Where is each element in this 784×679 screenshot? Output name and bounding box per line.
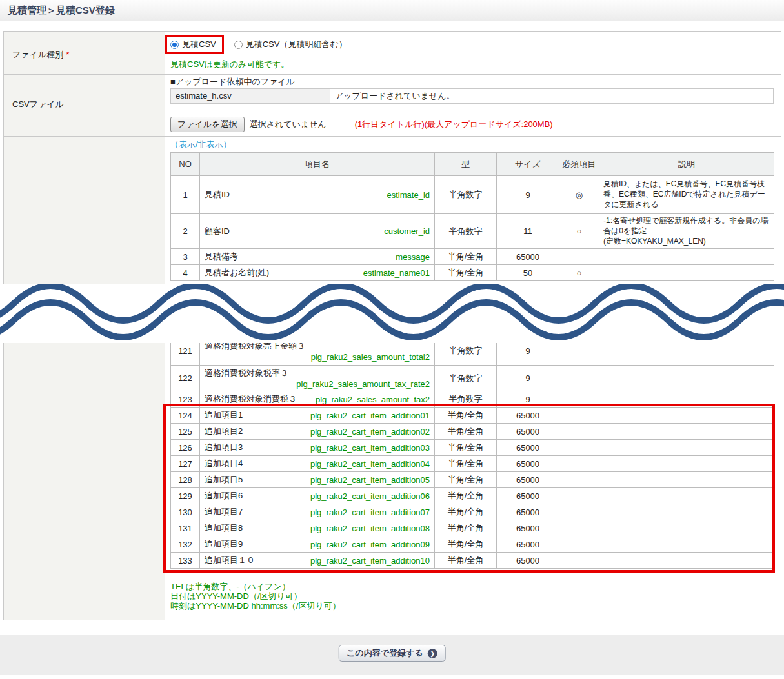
cell-no: 127 xyxy=(171,456,200,472)
form-label-column xyxy=(4,32,165,620)
cell-name: 追加項目3plg_raku2_cart_item_addition03 xyxy=(200,440,435,456)
cell-size: 65000 xyxy=(497,488,559,504)
cell-name: 追加項目１０plg_raku2_cart_item_addition10 xyxy=(200,553,435,569)
cell-description xyxy=(599,553,774,569)
spec-table-bottom: 121 適格消費税対象売上金額３plg_raku2_sales_amount_t… xyxy=(170,336,774,569)
submit-button-label: この内容で登録する xyxy=(347,647,423,659)
spec-row: 1 見積IDestimate_id 半角数字 9 ◎ 見積ID、または、EC見積… xyxy=(171,176,774,214)
cell-type: 半角/全角 xyxy=(435,520,497,536)
cell-size: 9 xyxy=(497,391,559,408)
cell-type: 半角/全角 xyxy=(435,456,497,472)
cell-description xyxy=(599,472,774,488)
row-divider xyxy=(4,136,781,137)
cell-no: 130 xyxy=(171,504,200,520)
cell-size: 11 xyxy=(497,214,559,249)
col-header-size: サイズ xyxy=(497,153,559,176)
cell-required xyxy=(559,337,599,366)
cell-description: -1:名寄せ処理で顧客新規作成する。非会員の場合は0を指定 (定数=KOKYAK… xyxy=(599,214,774,249)
page-header: 見積管理＞見積CSV登録 xyxy=(0,0,784,21)
spec-row: 2 顧客IDcustomer_id 半角数字 11 ○ -1:名寄せ処理で顧客新… xyxy=(171,214,774,249)
cell-type: 半角/全角 xyxy=(435,536,497,553)
cell-required xyxy=(559,424,599,440)
cell-description xyxy=(599,504,774,520)
cell-size: 65000 xyxy=(497,456,559,472)
spec-row: 132 追加項目9plg_raku2_cart_item_addition09 … xyxy=(171,536,774,553)
circle-arrow-right-icon: ❯ xyxy=(428,649,437,658)
cell-required xyxy=(559,488,599,504)
cell-required xyxy=(559,520,599,536)
cell-size: 65000 xyxy=(497,440,559,456)
cell-description xyxy=(599,424,774,440)
spec-table-top: NO 項目名 型 サイズ 必須項目 説明 1 見積IDestimate_id 半… xyxy=(170,152,774,281)
cell-description xyxy=(599,249,774,265)
cell-required xyxy=(559,536,599,553)
cell-required: ○ xyxy=(559,214,599,249)
cell-size: 65000 xyxy=(497,472,559,488)
radio-estimate-csv-with-details[interactable]: 見積CSV（見積明細含む） xyxy=(234,39,347,50)
col-header-type: 型 xyxy=(435,153,497,176)
cell-name: 顧客IDcustomer_id xyxy=(200,214,435,249)
cell-name: 追加項目6plg_raku2_cart_item_addition06 xyxy=(200,488,435,504)
cell-description: 見積ID、または、EC見積番号、EC見積番号枝番、EC種類、EC店舗IDで特定さ… xyxy=(599,176,774,214)
cell-type: 半角数字 xyxy=(435,391,497,408)
spec-row: 121 適格消費税対象売上金額３plg_raku2_sales_amount_t… xyxy=(171,337,774,366)
toggle-visibility-link[interactable]: （表示/非表示） xyxy=(170,139,232,150)
spec-row: 4 見積者お名前(姓)estimate_name01 半角/全角 50 ○ xyxy=(171,265,774,281)
cell-name: 追加項目8plg_raku2_cart_item_addition08 xyxy=(200,520,435,536)
cell-no: 126 xyxy=(171,440,200,456)
pending-filename-cell: estimate_h.csv xyxy=(170,88,330,104)
spec-row: 126 追加項目3plg_raku2_cart_item_addition03 … xyxy=(171,440,774,456)
spec-row: 130 追加項目7plg_raku2_cart_item_addition07 … xyxy=(171,504,774,520)
cell-required xyxy=(559,391,599,408)
note-line: 日付はYYYY-MM-DD（/区切り可） xyxy=(170,591,341,601)
cell-name: 見積備考message xyxy=(200,249,435,265)
spec-row: 125 追加項目2plg_raku2_cart_item_addition02 … xyxy=(171,424,774,440)
cell-type: 半角数字 xyxy=(435,176,497,214)
cell-no: 122 xyxy=(171,366,200,391)
cell-name: 追加項目7plg_raku2_cart_item_addition07 xyxy=(200,504,435,520)
col-header-desc: 説明 xyxy=(599,153,774,176)
cell-size: 65000 xyxy=(497,408,559,424)
col-header-no: NO xyxy=(171,153,200,176)
cell-required xyxy=(559,366,599,391)
col-header-required: 必須項目 xyxy=(559,153,599,176)
cell-no: 4 xyxy=(171,265,200,281)
cell-no: 2 xyxy=(171,214,200,249)
cell-no: 132 xyxy=(171,536,200,553)
cell-size: 9 xyxy=(497,366,559,391)
cell-name: 追加項目1plg_raku2_cart_item_addition01 xyxy=(200,408,435,424)
radio-estimate-csv[interactable]: 見積CSV xyxy=(170,39,216,50)
cell-name: 追加項目9plg_raku2_cart_item_addition09 xyxy=(200,536,435,553)
cell-required xyxy=(559,472,599,488)
spec-row: 133 追加項目１０plg_raku2_cart_item_addition10… xyxy=(171,553,774,569)
submit-button[interactable]: この内容で登録する ❯ xyxy=(338,645,446,662)
cell-description xyxy=(599,456,774,472)
cell-required: ◎ xyxy=(559,176,599,214)
spec-row: 127 追加項目4plg_raku2_cart_item_addition04 … xyxy=(171,456,774,472)
cell-no: 121 xyxy=(171,337,200,366)
spec-row: 128 追加項目5plg_raku2_cart_item_addition05 … xyxy=(171,472,774,488)
cell-name: 追加項目4plg_raku2_cart_item_addition04 xyxy=(200,456,435,472)
cell-type: 半角数字 xyxy=(435,214,497,249)
spec-header-row: NO 項目名 型 サイズ 必須項目 説明 xyxy=(171,153,774,176)
cell-name: 適格消費税対象税率３plg_raku2_sales_amount_tax_rat… xyxy=(200,366,435,391)
cell-type: 半角数字 xyxy=(435,337,497,366)
cell-no: 131 xyxy=(171,520,200,536)
cell-required xyxy=(559,408,599,424)
cell-required xyxy=(559,440,599,456)
note-line: 時刻はYYYY-MM-DD hh:mm:ss（/区切り可） xyxy=(170,601,341,611)
file-select-button[interactable]: ファイルを選択 xyxy=(170,117,245,132)
cell-required xyxy=(559,504,599,520)
pending-upload-header: ■アップロード依頼中のファイル xyxy=(170,76,295,88)
cell-name: 見積IDestimate_id xyxy=(200,176,435,214)
cell-type: 半角/全角 xyxy=(435,472,497,488)
cell-size: 65000 xyxy=(497,520,559,536)
cell-no: 3 xyxy=(171,249,200,265)
cell-name: 追加項目5plg_raku2_cart_item_addition05 xyxy=(200,472,435,488)
cell-no: 129 xyxy=(171,488,200,504)
cell-description xyxy=(599,520,774,536)
cell-description xyxy=(599,391,774,408)
file-type-radio-group: 見積CSV 見積CSV（見積明細含む） xyxy=(165,35,347,54)
cell-description xyxy=(599,337,774,366)
csv-register-form: ファイル種別* 見積CSV 見積CSV（見積明細含む） 見積CSVは更新のみ可能… xyxy=(3,31,781,620)
